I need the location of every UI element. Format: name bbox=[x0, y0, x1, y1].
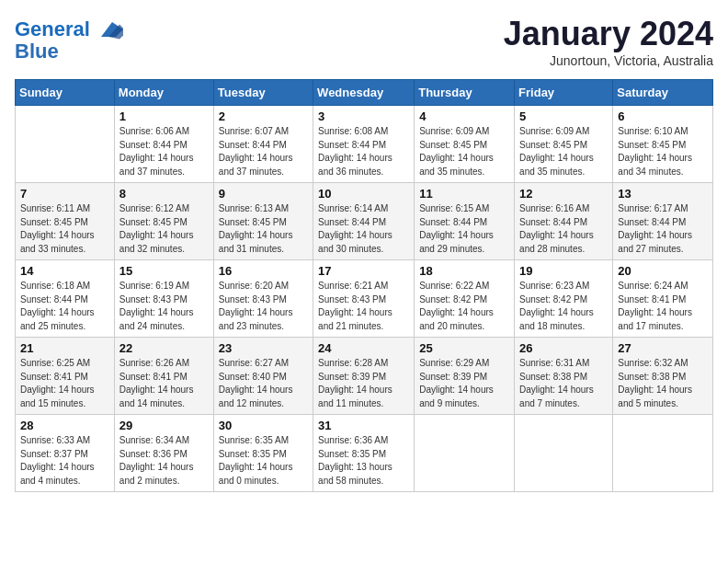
header-row: SundayMondayTuesdayWednesdayThursdayFrid… bbox=[16, 80, 713, 106]
day-info: Sunrise: 6:15 AM Sunset: 8:44 PM Dayligh… bbox=[419, 202, 509, 256]
calendar-cell: 18Sunrise: 6:22 AM Sunset: 8:42 PM Dayli… bbox=[415, 260, 515, 338]
weekday-header: Thursday bbox=[415, 80, 515, 106]
calendar-cell bbox=[16, 106, 115, 183]
calendar-cell: 1Sunrise: 6:06 AM Sunset: 8:44 PM Daylig… bbox=[114, 106, 213, 183]
day-number: 25 bbox=[419, 341, 509, 355]
day-number: 10 bbox=[318, 187, 409, 201]
calendar-week-row: 7Sunrise: 6:11 AM Sunset: 8:45 PM Daylig… bbox=[16, 183, 713, 260]
calendar-cell: 7Sunrise: 6:11 AM Sunset: 8:45 PM Daylig… bbox=[16, 183, 115, 260]
day-info: Sunrise: 6:35 AM Sunset: 8:35 PM Dayligh… bbox=[219, 434, 308, 488]
day-info: Sunrise: 6:20 AM Sunset: 8:43 PM Dayligh… bbox=[219, 280, 308, 333]
day-number: 1 bbox=[119, 109, 209, 123]
day-info: Sunrise: 6:19 AM Sunset: 8:43 PM Dayligh… bbox=[119, 280, 209, 333]
logo-text: General bbox=[15, 18, 90, 40]
day-info: Sunrise: 6:10 AM Sunset: 8:45 PM Dayligh… bbox=[618, 125, 708, 178]
calendar-cell: 5Sunrise: 6:09 AM Sunset: 8:45 PM Daylig… bbox=[515, 106, 613, 183]
day-number: 28 bbox=[20, 419, 109, 432]
day-number: 15 bbox=[119, 264, 209, 278]
calendar-cell: 21Sunrise: 6:25 AM Sunset: 8:41 PM Dayli… bbox=[16, 338, 115, 415]
day-info: Sunrise: 6:25 AM Sunset: 8:41 PM Dayligh… bbox=[20, 357, 109, 410]
day-number: 27 bbox=[618, 341, 708, 355]
day-number: 30 bbox=[219, 419, 308, 432]
day-info: Sunrise: 6:11 AM Sunset: 8:45 PM Dayligh… bbox=[20, 202, 109, 256]
day-info: Sunrise: 6:31 AM Sunset: 8:38 PM Dayligh… bbox=[519, 357, 608, 410]
logo-icon bbox=[94, 15, 123, 44]
day-info: Sunrise: 6:29 AM Sunset: 8:39 PM Dayligh… bbox=[419, 357, 509, 410]
calendar-week-row: 28Sunrise: 6:33 AM Sunset: 8:37 PM Dayli… bbox=[16, 415, 713, 492]
calendar-body: 1Sunrise: 6:06 AM Sunset: 8:44 PM Daylig… bbox=[16, 106, 713, 492]
day-number: 13 bbox=[618, 187, 708, 201]
weekday-header: Tuesday bbox=[213, 80, 313, 106]
day-number: 26 bbox=[519, 341, 608, 355]
day-number: 18 bbox=[419, 264, 509, 278]
day-info: Sunrise: 6:06 AM Sunset: 8:44 PM Dayligh… bbox=[119, 125, 209, 178]
day-info: Sunrise: 6:16 AM Sunset: 8:44 PM Dayligh… bbox=[519, 202, 608, 256]
day-info: Sunrise: 6:13 AM Sunset: 8:45 PM Dayligh… bbox=[219, 202, 308, 256]
day-number: 16 bbox=[219, 264, 308, 278]
calendar-cell: 31Sunrise: 6:36 AM Sunset: 8:35 PM Dayli… bbox=[313, 415, 415, 492]
day-info: Sunrise: 6:09 AM Sunset: 8:45 PM Dayligh… bbox=[419, 125, 509, 178]
calendar-cell: 25Sunrise: 6:29 AM Sunset: 8:39 PM Dayli… bbox=[415, 338, 515, 415]
day-number: 5 bbox=[519, 109, 608, 123]
day-number: 11 bbox=[419, 187, 509, 201]
weekday-header: Sunday bbox=[16, 80, 115, 106]
day-number: 17 bbox=[318, 264, 409, 278]
calendar-week-row: 1Sunrise: 6:06 AM Sunset: 8:44 PM Daylig… bbox=[16, 106, 713, 183]
title-area: January 2024 Junortoun, Victoria, Austra… bbox=[504, 15, 713, 68]
calendar-cell: 19Sunrise: 6:23 AM Sunset: 8:42 PM Dayli… bbox=[515, 260, 613, 338]
day-info: Sunrise: 6:22 AM Sunset: 8:42 PM Dayligh… bbox=[419, 280, 509, 333]
day-info: Sunrise: 6:12 AM Sunset: 8:45 PM Dayligh… bbox=[119, 202, 209, 256]
day-info: Sunrise: 6:24 AM Sunset: 8:41 PM Dayligh… bbox=[618, 280, 708, 333]
calendar-cell: 6Sunrise: 6:10 AM Sunset: 8:45 PM Daylig… bbox=[613, 106, 713, 183]
day-info: Sunrise: 6:32 AM Sunset: 8:38 PM Dayligh… bbox=[618, 357, 708, 410]
day-number: 2 bbox=[219, 109, 308, 123]
day-number: 8 bbox=[119, 187, 209, 201]
calendar-cell: 16Sunrise: 6:20 AM Sunset: 8:43 PM Dayli… bbox=[213, 260, 313, 338]
location-subtitle: Junortoun, Victoria, Australia bbox=[504, 53, 713, 68]
calendar-header: SundayMondayTuesdayWednesdayThursdayFrid… bbox=[16, 80, 713, 106]
calendar-cell: 30Sunrise: 6:35 AM Sunset: 8:35 PM Dayli… bbox=[213, 415, 313, 492]
day-number: 21 bbox=[20, 341, 109, 355]
calendar-table: SundayMondayTuesdayWednesdayThursdayFrid… bbox=[15, 79, 713, 492]
calendar-cell: 14Sunrise: 6:18 AM Sunset: 8:44 PM Dayli… bbox=[16, 260, 115, 338]
calendar-cell: 26Sunrise: 6:31 AM Sunset: 8:38 PM Dayli… bbox=[515, 338, 613, 415]
calendar-cell: 29Sunrise: 6:34 AM Sunset: 8:36 PM Dayli… bbox=[114, 415, 213, 492]
calendar-cell bbox=[415, 415, 515, 492]
day-number: 14 bbox=[20, 264, 109, 278]
day-number: 23 bbox=[219, 341, 308, 355]
calendar-cell: 11Sunrise: 6:15 AM Sunset: 8:44 PM Dayli… bbox=[415, 183, 515, 260]
calendar-cell bbox=[515, 415, 613, 492]
month-title: January 2024 bbox=[504, 15, 713, 53]
day-info: Sunrise: 6:09 AM Sunset: 8:45 PM Dayligh… bbox=[519, 125, 608, 178]
day-number: 19 bbox=[519, 264, 608, 278]
calendar-cell: 4Sunrise: 6:09 AM Sunset: 8:45 PM Daylig… bbox=[415, 106, 515, 183]
day-info: Sunrise: 6:07 AM Sunset: 8:44 PM Dayligh… bbox=[219, 125, 308, 178]
calendar-cell: 28Sunrise: 6:33 AM Sunset: 8:37 PM Dayli… bbox=[16, 415, 115, 492]
day-info: Sunrise: 6:17 AM Sunset: 8:44 PM Dayligh… bbox=[618, 202, 708, 256]
calendar-cell: 17Sunrise: 6:21 AM Sunset: 8:43 PM Dayli… bbox=[313, 260, 415, 338]
day-info: Sunrise: 6:18 AM Sunset: 8:44 PM Dayligh… bbox=[20, 280, 109, 333]
day-number: 31 bbox=[318, 419, 409, 432]
calendar-cell: 2Sunrise: 6:07 AM Sunset: 8:44 PM Daylig… bbox=[213, 106, 313, 183]
calendar-cell: 8Sunrise: 6:12 AM Sunset: 8:45 PM Daylig… bbox=[114, 183, 213, 260]
calendar-cell: 24Sunrise: 6:28 AM Sunset: 8:39 PM Dayli… bbox=[313, 338, 415, 415]
day-number: 7 bbox=[20, 187, 109, 201]
day-number: 12 bbox=[519, 187, 608, 201]
logo: General Blue bbox=[15, 15, 123, 63]
day-info: Sunrise: 6:28 AM Sunset: 8:39 PM Dayligh… bbox=[318, 357, 409, 410]
page-header: General Blue January 2024 Junortoun, Vic… bbox=[15, 15, 713, 68]
day-number: 4 bbox=[419, 109, 509, 123]
calendar-week-row: 21Sunrise: 6:25 AM Sunset: 8:41 PM Dayli… bbox=[16, 338, 713, 415]
calendar-cell: 9Sunrise: 6:13 AM Sunset: 8:45 PM Daylig… bbox=[213, 183, 313, 260]
calendar-cell: 10Sunrise: 6:14 AM Sunset: 8:44 PM Dayli… bbox=[313, 183, 415, 260]
calendar-cell: 22Sunrise: 6:26 AM Sunset: 8:41 PM Dayli… bbox=[114, 338, 213, 415]
day-number: 29 bbox=[119, 419, 209, 432]
calendar-cell: 20Sunrise: 6:24 AM Sunset: 8:41 PM Dayli… bbox=[613, 260, 713, 338]
day-number: 22 bbox=[119, 341, 209, 355]
calendar-cell: 12Sunrise: 6:16 AM Sunset: 8:44 PM Dayli… bbox=[515, 183, 613, 260]
day-info: Sunrise: 6:34 AM Sunset: 8:36 PM Dayligh… bbox=[119, 434, 209, 488]
calendar-cell: 27Sunrise: 6:32 AM Sunset: 8:38 PM Dayli… bbox=[613, 338, 713, 415]
calendar-cell: 13Sunrise: 6:17 AM Sunset: 8:44 PM Dayli… bbox=[613, 183, 713, 260]
calendar-cell: 23Sunrise: 6:27 AM Sunset: 8:40 PM Dayli… bbox=[213, 338, 313, 415]
day-info: Sunrise: 6:26 AM Sunset: 8:41 PM Dayligh… bbox=[119, 357, 209, 410]
